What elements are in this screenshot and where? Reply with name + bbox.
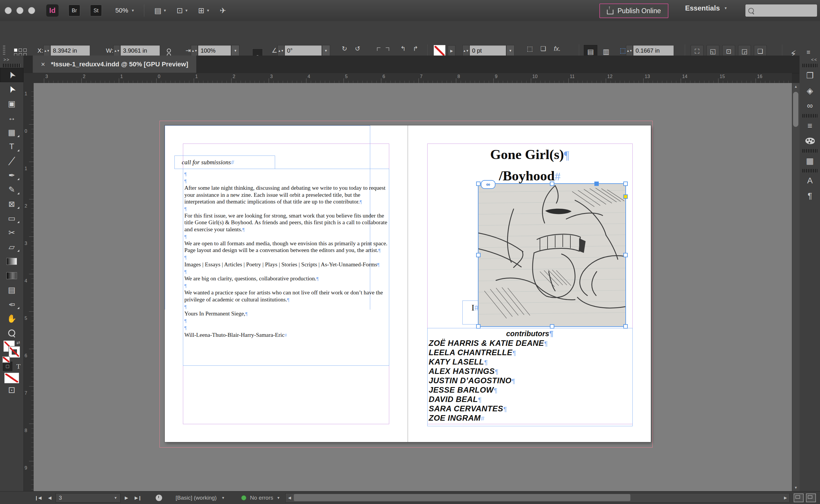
stroke-weight-stepper[interactable]: ▲▼ [462, 45, 469, 56]
view-options-button[interactable]: ▤▼ [154, 6, 166, 15]
chevron-down-icon[interactable]: ▼ [506, 45, 514, 56]
fill-flyout-arrow[interactable]: ▶ [448, 45, 455, 56]
kicker-text-frame[interactable]: call for submissions# [174, 156, 275, 169]
scroll-left-arrow[interactable]: ◀ [286, 493, 293, 502]
selection-handle-middle-right[interactable] [624, 253, 628, 257]
zoom-window-button[interactable] [28, 7, 35, 14]
close-window-button[interactable] [5, 7, 12, 14]
workspace-switcher[interactable]: Essentials ▼ [685, 4, 728, 12]
fill-swatch-none[interactable] [434, 45, 445, 57]
scale-x-stepper[interactable]: ▲▼ [191, 45, 198, 56]
stroke-weight-field[interactable]: 0 pt [469, 45, 506, 56]
fit-page-icon[interactable] [794, 493, 804, 502]
page-number-dropdown[interactable]: 3 ▼ [56, 493, 120, 503]
preflight-menu[interactable] [156, 495, 162, 501]
gap-tool[interactable]: ↔ [0, 111, 23, 125]
horizontal-ruler[interactable]: 321012345678910111213141516 [34, 73, 792, 83]
color-panel[interactable] [800, 133, 820, 149]
selection-handle-top-left[interactable] [476, 182, 480, 186]
rotate-cw-button[interactable]: ↻ [342, 45, 347, 53]
apply-none-button[interactable] [0, 372, 23, 384]
selected-image-frame[interactable]: ∞ [478, 184, 626, 326]
corner-options-button[interactable]: ⬚ [527, 45, 533, 53]
formatting-affects-container-button[interactable]: □ [3, 362, 12, 371]
document-canvas[interactable]: call for submissions# ¶¶After some late … [34, 83, 792, 491]
links-panel[interactable]: ∞ [800, 98, 820, 113]
previous-page-button[interactable]: ◀ [44, 495, 56, 500]
stroke-panel[interactable]: ≡ [800, 118, 820, 133]
selection-handle-top-center[interactable] [550, 182, 554, 186]
pen-tool[interactable]: ✒ [0, 168, 23, 182]
pencil-tool[interactable]: ✎ [0, 182, 23, 197]
live-corner-widget[interactable] [624, 194, 628, 199]
search-input[interactable] [745, 4, 817, 17]
direct-selection-tool[interactable]: ➤ [0, 82, 23, 96]
selection-tool[interactable]: ➤ [0, 68, 23, 82]
expand-tools-button[interactable]: >> [0, 56, 23, 63]
content-collector-tool[interactable]: ▦ [0, 125, 23, 139]
frame-tool[interactable]: ⊠ [0, 197, 23, 211]
panel-menu-button[interactable]: ≡ [807, 49, 810, 56]
scroll-right-arrow[interactable]: ▶ [782, 493, 789, 502]
scissors-tool[interactable]: ✂ [0, 225, 23, 240]
x-stepper[interactable]: ▲▼ [43, 45, 50, 56]
horizontal-scrollbar[interactable]: ◀ ▶ [285, 493, 790, 503]
preflight-status[interactable]: No errors ▼ [241, 495, 280, 501]
horizontal-scroll-thumb[interactable] [294, 494, 631, 501]
eyedropper-tool[interactable]: ✑ [0, 297, 23, 311]
zoom-tool[interactable] [0, 326, 23, 340]
rotation-field[interactable]: 0° [285, 45, 322, 56]
bridge-button[interactable]: Br [68, 5, 80, 16]
arrange-documents-button[interactable]: ⊞▼ [198, 6, 210, 15]
minimize-window-button[interactable] [16, 7, 23, 14]
gpu-performance-button[interactable]: ✈ [220, 6, 226, 15]
note-tool[interactable]: ▤ [0, 283, 23, 297]
swap-fill-stroke-icon[interactable]: ⇄ [16, 340, 20, 345]
gradient-swatch-tool[interactable] [0, 254, 23, 268]
overset-text-frame[interactable]: I# [462, 301, 480, 325]
scale-x-field[interactable]: 100% [198, 45, 231, 56]
zoom-level-dropdown[interactable]: 50% ▼ [115, 7, 135, 14]
stroke-swatch[interactable] [9, 346, 20, 358]
last-page-button[interactable]: ▶❙ [132, 495, 144, 500]
selection-handle-middle-left[interactable] [476, 253, 480, 257]
ruler-origin-box[interactable] [23, 73, 34, 83]
gradient-feather-tool[interactable] [0, 268, 23, 283]
next-page-button[interactable]: ▶ [120, 495, 132, 500]
swatches-panel[interactable]: ▦ [800, 153, 820, 168]
panel-grip[interactable] [802, 64, 817, 67]
panel-grip[interactable] [802, 169, 817, 172]
wrap-offset-stepper[interactable]: ▲▼ [626, 45, 633, 56]
layers-panel[interactable]: ◈ [800, 83, 820, 98]
expand-panels-button[interactable]: << [800, 56, 820, 63]
panel-grip[interactable] [802, 149, 817, 153]
close-tab-icon[interactable]: × [41, 60, 45, 68]
spread[interactable]: call for submissions# ¶¶After some late … [165, 125, 651, 442]
scroll-down-arrow[interactable]: ▼ [792, 484, 800, 491]
w-stepper[interactable]: ▲▼ [113, 45, 120, 56]
width-field[interactable]: 3.9061 in [120, 45, 160, 56]
linked-image-badge[interactable]: ∞ [481, 180, 495, 189]
default-fill-stroke-icon[interactable] [2, 356, 10, 363]
pages-panel[interactable]: ❐ [800, 68, 820, 83]
chevron-down-icon[interactable]: ▼ [231, 45, 240, 56]
free-transform-tool[interactable]: ▱ [0, 240, 23, 254]
vertical-scrollbar[interactable]: ▲ ▼ [792, 83, 800, 491]
drop-shadow-button[interactable]: ❏ [540, 45, 546, 53]
rotate-ccw-button[interactable]: ↺ [355, 45, 360, 53]
select-container-button[interactable]: ↰ [400, 45, 406, 53]
selection-handle-top-solid[interactable] [594, 182, 599, 186]
hand-tool[interactable]: ✋ [0, 311, 23, 326]
publish-online-button[interactable]: Publish Online [599, 4, 669, 18]
chevron-down-icon[interactable]: ▼ [322, 45, 330, 56]
left-text-frame[interactable]: ¶¶After some late night thinking, discus… [183, 169, 389, 366]
window-layout-icon[interactable] [806, 493, 816, 502]
x-position-field[interactable]: 8.3942 in [50, 45, 90, 56]
panel-grip[interactable] [802, 114, 817, 118]
screen-mode-toggle[interactable]: ⊡ [0, 384, 23, 396]
first-page-button[interactable]: ❙◀ [32, 495, 44, 500]
preflight-profile-dropdown[interactable]: [Basic] (working) ▼ [175, 495, 225, 501]
rectangle-tool[interactable]: ▭ [0, 211, 23, 225]
select-previous-object-button[interactable]: ↱ [413, 45, 418, 53]
type-tool[interactable]: T [0, 139, 23, 154]
